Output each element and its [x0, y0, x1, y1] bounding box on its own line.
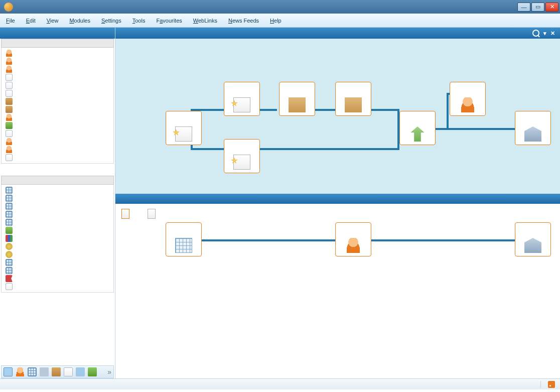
box-allocate-stock[interactable] — [279, 82, 315, 116]
task-new-invoice[interactable] — [2, 89, 113, 97]
maximize-button[interactable]: ▭ — [531, 3, 544, 12]
box-new-invoice[interactable] — [224, 139, 260, 173]
arrow-up-icon — [6, 122, 13, 129]
title-bar: — ▭ ✕ — [0, 0, 560, 14]
link-aged-balance[interactable] — [2, 234, 113, 242]
link-invoice-list[interactable] — [2, 210, 113, 218]
task-customer-refund[interactable] — [2, 146, 113, 154]
nav-customers-icon[interactable] — [4, 367, 13, 376]
person-icon — [6, 66, 13, 73]
grid-icon — [175, 238, 192, 253]
close-button[interactable]: ✕ — [545, 3, 558, 12]
report-icon — [148, 209, 156, 219]
task-new-customer[interactable] — [2, 49, 113, 57]
close-panel-button[interactable]: ✕ — [550, 30, 555, 37]
task-write-offs[interactable] — [2, 138, 113, 146]
nav-bank-icon[interactable] — [40, 367, 49, 376]
activity-icon — [6, 227, 13, 234]
task-allocate-stock[interactable] — [2, 97, 113, 105]
box-icon — [6, 106, 13, 113]
bank-icon — [524, 238, 541, 253]
label-icon — [121, 209, 129, 219]
menu-news[interactable]: News Feeds — [228, 18, 259, 24]
box-chase-debt[interactable] — [450, 82, 486, 116]
related-header — [115, 194, 560, 204]
task-update-ledgers[interactable] — [2, 121, 113, 129]
nav-more-icon[interactable] — [88, 367, 97, 376]
task-new-quotation[interactable] — [2, 73, 113, 81]
minimize-button[interactable]: — — [517, 3, 530, 12]
related-customer-labels[interactable] — [121, 209, 132, 219]
menu-edit[interactable]: Edit — [26, 18, 36, 24]
nav-diary-icon[interactable] — [76, 367, 85, 376]
link-activity[interactable] — [2, 226, 113, 234]
links-header — [1, 176, 114, 185]
menu-modules[interactable]: Modules — [69, 18, 90, 24]
nav-company-icon[interactable] — [28, 367, 37, 376]
link-credit-charges[interactable] — [2, 242, 113, 250]
menu-view[interactable]: View — [47, 18, 59, 24]
task-new-order[interactable] — [2, 81, 113, 89]
link-customer-list[interactable] — [2, 186, 113, 194]
boxes-arrow-icon — [345, 97, 362, 112]
rss-icon[interactable] — [548, 381, 555, 388]
document-icon — [6, 82, 13, 89]
box-new-quotation[interactable] — [166, 111, 202, 145]
box-customer-receipt-2[interactable] — [515, 222, 551, 256]
link-batch-credit[interactable] — [2, 267, 113, 275]
search-icon[interactable] — [532, 30, 539, 37]
list-icon — [6, 195, 13, 202]
sidebar: » — [0, 28, 115, 378]
task-new-credit[interactable] — [2, 129, 113, 138]
link-project-list[interactable] — [2, 194, 113, 202]
link-sales-order-list[interactable] — [2, 218, 113, 226]
link-price-lists[interactable] — [2, 250, 113, 258]
document-icon — [6, 90, 13, 97]
related-customer-reports[interactable] — [148, 209, 159, 219]
task-chase-debt[interactable] — [2, 65, 113, 73]
chart-icon — [6, 235, 13, 242]
task-customer-record[interactable] — [2, 57, 113, 65]
box-customer-receipt[interactable] — [515, 111, 551, 145]
nav-products-icon[interactable] — [52, 367, 61, 376]
menu-file[interactable]: File — [6, 18, 15, 24]
bank-icon — [524, 126, 541, 142]
box-chase-debt-2[interactable] — [335, 222, 371, 256]
menu-settings[interactable]: Settings — [101, 18, 121, 24]
menu-weblinks[interactable]: WebLinks — [193, 18, 217, 24]
box-despatch-orders[interactable] — [335, 82, 371, 116]
box-new-order[interactable] — [224, 82, 260, 116]
sidebar-header — [0, 28, 115, 39]
link-reports[interactable] — [2, 283, 113, 291]
person-icon — [6, 50, 13, 57]
list-icon — [6, 187, 13, 194]
report-icon — [6, 283, 13, 290]
person-icon — [6, 146, 13, 153]
link-batch-invoice[interactable] — [2, 258, 113, 267]
window-controls: — ▭ ✕ — [517, 3, 558, 12]
task-new-diary[interactable] — [2, 154, 113, 162]
link-disputes[interactable] — [2, 275, 113, 283]
expand-icon[interactable]: » — [107, 368, 111, 376]
list-icon — [6, 259, 13, 266]
boxes-icon — [289, 97, 306, 112]
document-star-icon — [175, 126, 192, 142]
menu-help[interactable]: Help — [270, 18, 282, 24]
task-customer-receipt[interactable] — [2, 113, 113, 121]
arrow-up-icon — [409, 126, 426, 142]
coin-icon — [6, 243, 13, 250]
menu-tools[interactable]: Tools — [132, 18, 146, 24]
status-bar — [0, 378, 560, 389]
module-nav-bar: » — [1, 365, 114, 378]
price-icon — [6, 251, 13, 258]
menu-favourites[interactable]: Favourites — [156, 18, 182, 24]
nav-suppliers-icon[interactable] — [16, 367, 25, 376]
document-star-icon — [233, 155, 250, 170]
list-icon — [6, 203, 13, 210]
change-view-button[interactable]: ▾ — [543, 30, 546, 37]
box-update-ledgers[interactable] — [399, 111, 436, 145]
box-batch-invoice[interactable] — [166, 222, 202, 256]
task-despatch-orders[interactable] — [2, 105, 113, 113]
nav-projects-icon[interactable] — [64, 367, 73, 376]
link-quotations-list[interactable] — [2, 202, 113, 210]
